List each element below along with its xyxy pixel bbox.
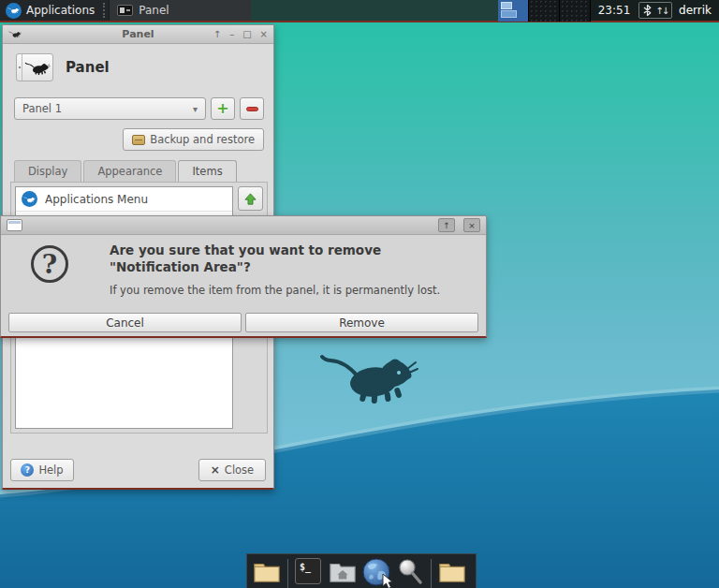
panel-grip-handle[interactable]	[103, 3, 108, 18]
applications-menu-label: Applications	[26, 4, 95, 17]
workspace-2[interactable]	[529, 0, 560, 22]
panel-select-dropdown[interactable]: Panel 1 ▾	[14, 97, 206, 120]
home-folder-icon	[329, 558, 357, 584]
dialog-shade-button[interactable]: ↑	[438, 218, 455, 232]
panel-header-title: Panel	[66, 59, 110, 76]
close-button[interactable]: ×	[260, 26, 268, 43]
panel-selector-row: Panel 1 ▾ +	[14, 97, 264, 120]
dialog-message: If you remove the item from the panel, i…	[110, 284, 440, 297]
shade-button[interactable]: ↑	[213, 26, 221, 43]
folder-icon	[253, 558, 281, 584]
minus-icon	[246, 107, 258, 111]
workspace-pager	[498, 0, 591, 22]
web-browser-launcher[interactable]	[362, 558, 390, 586]
folder-launcher[interactable]	[438, 558, 466, 586]
help-button[interactable]: ? Help	[10, 459, 74, 481]
tab-items[interactable]: Items	[178, 160, 236, 182]
chevron-down-icon: ▾	[193, 104, 198, 114]
backup-restore-label: Backup and restore	[150, 133, 255, 146]
folder-launcher[interactable]	[253, 558, 281, 586]
dock: $_	[246, 553, 477, 588]
clock[interactable]: 23:51	[591, 4, 637, 17]
panel-select-value: Panel 1	[22, 102, 62, 115]
cancel-button[interactable]: Cancel	[8, 313, 242, 332]
list-item[interactable]: Applications Menu	[16, 187, 232, 212]
help-button-label: Help	[38, 463, 63, 477]
remove-panel-button[interactable]	[240, 97, 264, 120]
dialog-buttons: Cancel Remove	[8, 313, 478, 332]
close-x-icon: ×	[211, 463, 220, 477]
panel-spacer	[251, 0, 497, 21]
minimize-button[interactable]: –	[229, 26, 234, 43]
folder-icon	[438, 558, 466, 584]
dialog-heading-line2: "Notification Area"?	[110, 259, 440, 276]
dialog-text: Are you sure that you want to remove "No…	[110, 243, 440, 297]
mouse-cursor	[381, 573, 394, 588]
dialog-close-button[interactable]: ×	[463, 218, 480, 232]
dialog-window-icon	[7, 219, 22, 231]
xfce-mouse-logo	[316, 346, 421, 408]
panel-header-icon	[16, 53, 53, 81]
applications-menu-item-icon	[22, 191, 37, 207]
remove-button[interactable]: Remove	[245, 313, 478, 332]
dock-separator	[431, 559, 432, 588]
bluetooth-icon[interactable]	[643, 4, 652, 17]
tab-display[interactable]: Display	[14, 160, 81, 182]
settings-tabs: Display Appearance Items	[14, 160, 273, 182]
workspace-3[interactable]	[560, 0, 591, 22]
workspace-1-active[interactable]	[498, 0, 529, 22]
taskbar-window-button[interactable]: Panel	[109, 0, 251, 21]
close-button-label: Close	[225, 463, 254, 477]
help-icon: ?	[21, 463, 34, 477]
network-updown-icon[interactable]: ↑↓	[655, 6, 668, 16]
panel-window-titlebar[interactable]: Panel ↑ – □ ×	[3, 25, 273, 44]
dock-separator	[287, 559, 288, 588]
move-item-up-button[interactable]	[238, 186, 263, 211]
username-label[interactable]: derrik	[675, 4, 715, 17]
terminal-launcher[interactable]: $_	[295, 558, 323, 586]
taskbar-window-label: Panel	[139, 4, 169, 17]
top-panel-left: Applications Panel	[0, 0, 251, 21]
dialog-heading-line1: Are you sure that you want to remove	[110, 243, 440, 259]
top-panel: Applications Panel 23:51 ↑↓ derrik	[0, 0, 719, 22]
search-icon	[396, 558, 424, 586]
list-item-label: Applications Menu	[45, 193, 148, 206]
backup-row: Backup and restore	[14, 128, 264, 151]
terminal-icon: $_	[295, 558, 321, 584]
dialog-body: ? Are you sure that you want to remove "…	[1, 235, 486, 297]
remove-item-dialog: ↑ × ? Are you sure that you want to remo…	[0, 215, 487, 338]
system-tray: ↑↓	[638, 2, 672, 19]
dialog-titlebar[interactable]: ↑ ×	[1, 216, 486, 235]
close-window-button[interactable]: × Close	[198, 459, 266, 481]
mouse-eye	[397, 371, 401, 375]
add-panel-button[interactable]: +	[211, 97, 235, 120]
panel-window-header: Panel	[16, 53, 262, 81]
top-panel-right: 23:51 ↑↓ derrik	[498, 0, 719, 21]
applications-menu-button[interactable]: Applications	[0, 0, 102, 21]
home-folder-launcher[interactable]	[329, 558, 357, 586]
panel-window-footer: ? Help × Close	[10, 459, 266, 481]
up-arrow-icon	[243, 192, 257, 206]
desktop: Applications Panel 23:51 ↑↓ derrik	[0, 0, 719, 588]
panel-app-icon	[117, 5, 133, 16]
backup-box-icon	[132, 135, 145, 145]
plus-icon: +	[216, 101, 228, 116]
maximize-button[interactable]: □	[242, 26, 251, 43]
backup-restore-button[interactable]: Backup and restore	[123, 128, 264, 151]
tab-appearance[interactable]: Appearance	[83, 160, 176, 182]
search-launcher[interactable]	[396, 558, 424, 586]
question-icon: ?	[31, 245, 68, 283]
xfce-logo-icon	[6, 3, 22, 19]
